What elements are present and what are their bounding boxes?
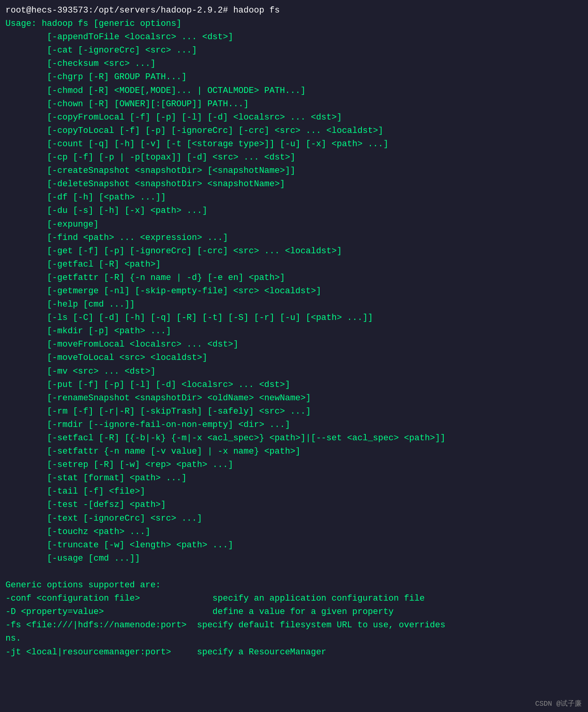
terminal-line: [-expunge] [5, 220, 99, 229]
terminal-line: [-mkdir [-p] <path> ...] [5, 326, 171, 336]
terminal-line: [-chgrp [-R] GROUP PATH...] [5, 72, 187, 82]
terminal-line: [-test -[defsz] <path>] [5, 500, 166, 510]
terminal-line: [-help [cmd ...]] [5, 300, 135, 309]
terminal-line: Usage: hadoop fs [generic options] [5, 19, 181, 29]
terminal-line: Generic options supported are: [5, 580, 161, 590]
terminal-line: -D <property=value> define a value for a… [5, 607, 394, 617]
terminal-line: [-stat [format] <path> ...] [5, 473, 187, 483]
terminal-line: [-copyFromLocal [-f] [-p] [-l] [-d] <loc… [5, 113, 342, 122]
terminal-line: [-setfacl [-R] [{-b|-k} {-m|-x <acl_spec… [5, 433, 445, 443]
terminal-line: [-get [-f] [-p] [-ignoreCrc] [-crc] <src… [5, 246, 342, 256]
terminal-line: [-deleteSnapshot <snapshotDir> <snapshot… [5, 179, 285, 189]
terminal-line: [-moveFromLocal <localsrc> ... <dst>] [5, 340, 238, 349]
terminal-line: [-cp [-f] [-p | -p[topax]] [-d] <src> ..… [5, 153, 295, 162]
terminal-line: ns. [5, 634, 21, 643]
terminal-line: [-put [-f] [-p] [-l] [-d] <localsrc> ...… [5, 380, 290, 390]
terminal-line: [-setfattr {-n name [-v value] | -x name… [5, 447, 301, 456]
terminal-line: [-cat [-ignoreCrc] <src> ...] [5, 45, 197, 55]
terminal-line: [-chown [-R] [OWNER][:[GROUP]] PATH...] [5, 99, 249, 109]
terminal-line: [-appendToFile <localsrc> ... <dst>] [5, 32, 233, 42]
prompt-line: root@hecs-393573:/opt/servers/hadoop-2.9… [5, 5, 280, 15]
terminal-line: -fs <file:///|hdfs://namenode:port> spec… [5, 620, 445, 630]
terminal-line: [-df [-h] [<path> ...]] [5, 193, 166, 202]
terminal-line: [-count [-q] [-h] [-v] [-t [<storage typ… [5, 139, 388, 149]
watermark: CSDN @试子廉 [535, 699, 582, 708]
terminal-line: [-tail [-f] <file>] [5, 487, 145, 496]
terminal-line: -jt <local|resourcemanager:port> specify… [5, 647, 327, 657]
terminal-line: [-getfattr [-R] {-n name | -d} [-e en] <… [5, 273, 285, 283]
terminal-line: [-renameSnapshot <snapshotDir> <oldName>… [5, 393, 311, 403]
terminal-line: [-du [-s] [-h] [-x] <path> ...] [5, 206, 207, 216]
terminal-window: root@hecs-393573:/opt/servers/hadoop-2.9… [0, 0, 588, 712]
terminal-line: [-usage [cmd ...]] [5, 554, 140, 563]
terminal-line: [-ls [-C] [-d] [-h] [-q] [-R] [-t] [-S] … [5, 313, 373, 323]
terminal-line: [-setrep [-R] [-w] <rep> <path> ...] [5, 460, 233, 470]
terminal-line: [-copyToLocal [-f] [-p] [-ignoreCrc] [-c… [5, 126, 383, 136]
terminal-line: [-moveToLocal <src> <localdst>] [5, 353, 207, 363]
terminal-line: [-getfacl [-R] <path>] [5, 260, 161, 269]
terminal-line: [-checksum <src> ...] [5, 59, 156, 69]
terminal-line: [-rm [-f] [-r|-R] [-skipTrash] [-safely]… [5, 407, 311, 416]
terminal-line: [-getmerge [-nl] [-skip-empty-file] <src… [5, 286, 321, 296]
terminal-line: [-truncate [-w] <length> <path> ...] [5, 540, 233, 550]
terminal-body: Usage: hadoop fs [generic options] [-app… [5, 17, 583, 659]
terminal-line: [-text [-ignoreCrc] <src> ...] [5, 514, 202, 523]
terminal-line: [-rmdir [--ignore-fail-on-non-empty] <di… [5, 420, 290, 430]
terminal-content: root@hecs-393573:/opt/servers/hadoop-2.9… [5, 4, 583, 17]
terminal-line: [-mv <src> ... <dst>] [5, 367, 156, 376]
terminal-line: [-createSnapshot <snapshotDir> [<snapsho… [5, 166, 295, 176]
terminal-line: -conf <configuration file> specify an ap… [5, 594, 425, 603]
terminal-line: [-find <path> ... <expression> ...] [5, 233, 228, 243]
terminal-line: [-touchz <path> ...] [5, 527, 151, 537]
terminal-line: [-chmod [-R] <MODE[,MODE]... | OCTALMODE… [5, 86, 306, 96]
